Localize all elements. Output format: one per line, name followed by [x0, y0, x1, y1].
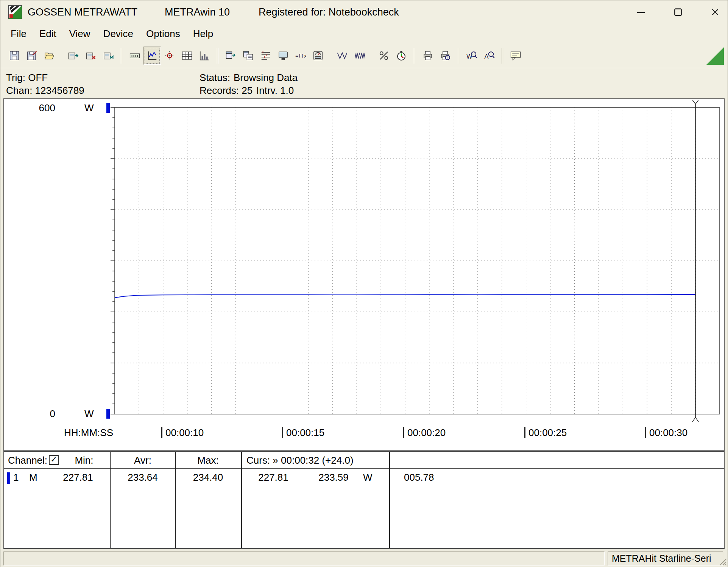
menu-edit[interactable]: Edit	[33, 26, 63, 42]
bar-graph-button[interactable]	[196, 47, 213, 65]
yt-chart-button[interactable]	[143, 47, 161, 65]
menubar: File Edit View Device Options Help	[0, 24, 728, 44]
toolbar: =f(x) W A	[0, 44, 728, 68]
window-export-button[interactable]	[222, 47, 240, 65]
data-table-button[interactable]	[178, 47, 196, 65]
row-min-value: 227.81	[46, 472, 110, 483]
statusbar-message-panel	[3, 551, 605, 565]
connection-indicator-icon	[706, 47, 724, 65]
table-divider	[389, 452, 390, 548]
titlebar-brand: GOSSEN METRAWATT	[28, 6, 137, 18]
print-button[interactable]	[419, 47, 436, 65]
save-as-button[interactable]	[23, 47, 41, 65]
minimize-button[interactable]	[634, 6, 647, 19]
menu-help[interactable]: Help	[187, 26, 220, 42]
row-avr-value: 233.64	[110, 472, 175, 483]
zoom-w-button[interactable]: W	[463, 47, 480, 65]
plot-region[interactable]	[4, 99, 723, 450]
wave-full-button[interactable]	[351, 47, 368, 65]
channel-visible-checkbox[interactable]	[49, 455, 59, 465]
x-axis-format-label: HH:MM:SS	[64, 427, 113, 439]
col-max-header: Max:	[175, 455, 241, 466]
resize-grip-icon[interactable]	[719, 558, 727, 567]
status-label: Status:	[200, 72, 230, 84]
channel-color-marker-bottom	[106, 409, 110, 419]
monitor-button[interactable]	[274, 47, 292, 65]
save-button[interactable]	[6, 47, 23, 65]
row-cursor-start-value: 227.81	[241, 472, 306, 483]
records-count: Records: 25	[200, 85, 253, 97]
col-channel-header: Channel:	[8, 455, 47, 466]
window-controls	[634, 0, 722, 24]
chart-area: 600 W 0 W HH:MM:SS 00:00:1000:00:1500:00…	[3, 98, 725, 451]
x-tick-label: 00:00:20	[403, 427, 446, 439]
annotation-button[interactable]	[507, 47, 524, 65]
formula-button[interactable]: =f(x)	[292, 47, 309, 65]
row-channel-mode: M	[29, 472, 37, 483]
table-divider	[306, 468, 306, 548]
row-cursor-value: 233.59	[307, 472, 360, 483]
print-preview-button[interactable]	[436, 47, 454, 65]
menu-device[interactable]: Device	[97, 26, 140, 42]
metrawin-window: GOSSEN METRAWATT METRAwin 10 Registered …	[0, 0, 728, 567]
x-tick-label: 00:00:10	[161, 427, 204, 439]
device-memory-button[interactable]	[100, 47, 117, 65]
row-cursor-unit: W	[363, 472, 373, 483]
open-file-button[interactable]	[41, 47, 58, 65]
toolbar-separator	[414, 48, 415, 64]
svg-text:=f(x): =f(x)	[295, 53, 306, 59]
x-tick-label: 00:00:15	[282, 427, 324, 439]
titlebar-app-name: METRAwin 10	[165, 6, 230, 18]
row-cursor-delta: 005.78	[404, 472, 434, 483]
app-logo-icon	[8, 5, 22, 19]
measurement-table: Channel: Min: Avr: Max: Curs: » 00:00:32…	[3, 451, 725, 549]
table-header-divider	[4, 468, 724, 469]
statusbar-device-panel: METRAHit Starline-Seri	[608, 551, 723, 565]
y-axis-unit-bottom: W	[84, 408, 94, 420]
table-divider	[241, 452, 242, 548]
toolbar-separator	[217, 48, 218, 64]
event-list-button[interactable]	[257, 47, 274, 65]
numeric-display-button[interactable]	[126, 47, 143, 65]
col-cursor-header: Curs: » 00:00:32 (+24.0)	[246, 455, 354, 466]
wave-min-button[interactable]	[334, 47, 351, 65]
trigger-status: Trig: OFF	[6, 72, 48, 84]
multimeter-button[interactable]	[309, 47, 327, 65]
titlebar: GOSSEN METRAWATT METRAwin 10 Registered …	[0, 0, 728, 24]
zoom-a-button[interactable]: A	[480, 47, 498, 65]
scaling-button[interactable]	[375, 47, 393, 65]
row-channel-number: 1	[13, 472, 19, 483]
status-value: Browsing Data	[234, 72, 298, 84]
titlebar-registered: Registered for: Notebookcheck	[259, 6, 399, 18]
svg-text:A: A	[485, 53, 489, 60]
table-divider	[110, 452, 111, 548]
timer-button[interactable]	[393, 47, 410, 65]
interval-value: Intrv. 1.0	[256, 85, 294, 97]
y-axis-max-label: 600	[25, 102, 55, 114]
col-avr-header: Avr:	[110, 455, 175, 466]
info-panel: Trig: OFF Chan: 123456789 Status: Browsi…	[0, 68, 728, 98]
maximize-button[interactable]	[672, 6, 684, 19]
x-tick-label: 00:00:25	[524, 427, 567, 439]
device-name: METRAHit Starline-Seri	[612, 553, 711, 564]
y-axis-unit-top: W	[84, 102, 94, 114]
menu-options[interactable]: Options	[140, 26, 187, 42]
window-import-button[interactable]	[240, 47, 257, 65]
x-tick-label: 00:00:30	[645, 427, 687, 439]
col-min-header: Min:	[58, 455, 110, 466]
device-send-button[interactable]	[65, 47, 82, 65]
xy-chart-button[interactable]	[161, 47, 178, 65]
table-divider	[175, 452, 176, 548]
table-divider	[46, 452, 46, 548]
close-button[interactable]	[709, 6, 722, 19]
svg-text:W: W	[466, 53, 472, 60]
channel-color-bar	[7, 472, 10, 484]
toolbar-separator	[458, 48, 459, 64]
device-clear-button[interactable]	[82, 47, 100, 65]
menu-view[interactable]: View	[63, 26, 97, 42]
channel-color-marker-top	[106, 103, 110, 113]
menu-file[interactable]: File	[4, 26, 33, 42]
channel-list: Chan: 123456789	[6, 85, 84, 97]
row-max-value: 234.40	[175, 472, 241, 483]
y-axis-min-label: 0	[25, 408, 55, 420]
